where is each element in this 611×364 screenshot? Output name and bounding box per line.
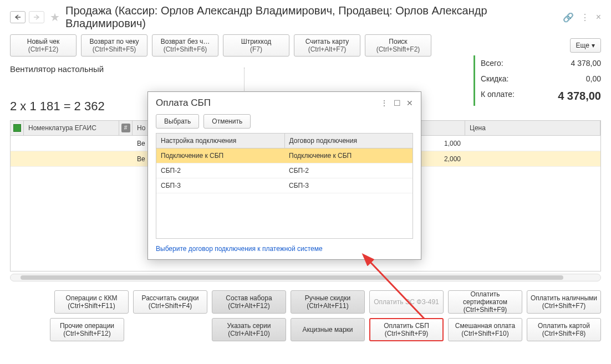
action-button[interactable]: Ручные скидки(Ctrl+Alt+F11) <box>291 290 365 314</box>
more-button[interactable]: Еще ▾ <box>570 38 601 53</box>
hash-icon-col: # <box>119 121 133 135</box>
col-settings[interactable]: Настройка подключения <box>156 134 285 148</box>
col-contract[interactable]: Договор подключения <box>285 134 413 148</box>
bottom-button-panel: Операции с ККМ(Ctrl+Shift+F11)Рассчитать… <box>0 286 611 341</box>
page-title: Продажа (Кассир: Орлов Александр Владими… <box>65 4 559 30</box>
connection-row[interactable]: Подключение к СБППодключение к СБП <box>156 148 413 163</box>
barcode-button[interactable]: Штрихкод (F7) <box>223 34 289 57</box>
egais-icon-col <box>11 121 24 135</box>
link-icon[interactable]: 🔗 <box>563 12 574 23</box>
item-name: Вентилятор настольный <box>10 64 601 74</box>
sbp-payment-modal: Оплата СБП ⋮ ☐ ✕ Выбрать Отменить Настро… <box>147 91 421 260</box>
egais-header[interactable]: Номенклатура ЕГАИС <box>24 121 119 135</box>
connection-row[interactable]: СБП-2СБП-2 <box>156 163 413 178</box>
scrollbar-thumb[interactable] <box>21 275 563 280</box>
cancel-button[interactable]: Отменить <box>203 114 251 129</box>
chevron-down-icon: ▾ <box>592 42 595 49</box>
star-icon[interactable]: ★ <box>50 11 60 24</box>
more-menu-icon[interactable]: ⋮ <box>581 12 589 23</box>
modal-maximize-icon[interactable]: ☐ <box>394 99 401 107</box>
arrow-left-icon <box>14 14 21 20</box>
action-button[interactable]: Указать серии(Ctrl+Alt+F10) <box>212 318 286 341</box>
action-button[interactable]: Акцизные марки <box>291 318 365 341</box>
modal-help-link[interactable]: Выберите договор подключения к платежной… <box>156 245 323 253</box>
modal-more-icon[interactable]: ⋮ <box>380 99 388 107</box>
price-header[interactable]: Цена <box>465 121 600 135</box>
action-button[interactable]: Состав набора(Ctrl+Alt+F12) <box>212 290 286 314</box>
return-no-check-button[interactable]: Возврат без ч… (Ctrl+Shift+F6) <box>152 34 218 57</box>
horizontal-scrollbar[interactable] <box>10 274 601 281</box>
connection-table: Настройка подключения Договор подключени… <box>156 133 413 239</box>
arrow-right-icon <box>33 14 40 20</box>
action-button[interactable]: Оплатить картой(Ctrl+Shift+F8) <box>527 318 601 341</box>
connection-row[interactable]: СБП-3СБП-3 <box>156 178 413 193</box>
action-button: Оплатить ЭС ФЗ-491 <box>369 290 444 314</box>
nav-back-button[interactable] <box>10 11 26 23</box>
search-button[interactable]: Поиск (Ctrl+Shift+F2) <box>365 34 431 57</box>
modal-close-icon[interactable]: ✕ <box>406 99 413 107</box>
action-button[interactable]: Оплатить сертификатом(Ctrl+Shift+F9) <box>448 290 522 314</box>
green-icon <box>13 124 21 132</box>
select-button[interactable]: Выбрать <box>156 114 199 129</box>
nav-forward-button[interactable] <box>29 11 44 23</box>
action-button[interactable]: Оплатить СБП(Ctrl+Shift+F9) <box>369 318 444 341</box>
action-button[interactable]: Рассчитать скидки(Ctrl+Shift+F4) <box>133 290 207 314</box>
action-button[interactable]: Оплатить наличными(Ctrl+Shift+F7) <box>527 290 601 314</box>
new-check-button[interactable]: Новый чек (Ctrl+F12) <box>10 34 77 57</box>
return-check-button[interactable]: Возврат по чеку (Ctrl+Shift+F5) <box>81 34 147 57</box>
action-button[interactable]: Смешанная оплата(Ctrl+Shift+F10) <box>448 318 522 341</box>
action-button[interactable]: Прочие операции(Ctrl+Shift+F12) <box>50 318 124 341</box>
action-button[interactable]: Операции с ККМ(Ctrl+Shift+F11) <box>54 290 129 314</box>
modal-title: Оплата СБП <box>156 98 380 109</box>
header-bar: ★ Продажа (Кассир: Орлов Александр Влади… <box>0 0 611 32</box>
read-card-button[interactable]: Считать карту (Ctrl+Alt+F7) <box>294 34 360 57</box>
close-icon[interactable]: × <box>596 12 601 23</box>
hash-icon: # <box>121 124 130 132</box>
